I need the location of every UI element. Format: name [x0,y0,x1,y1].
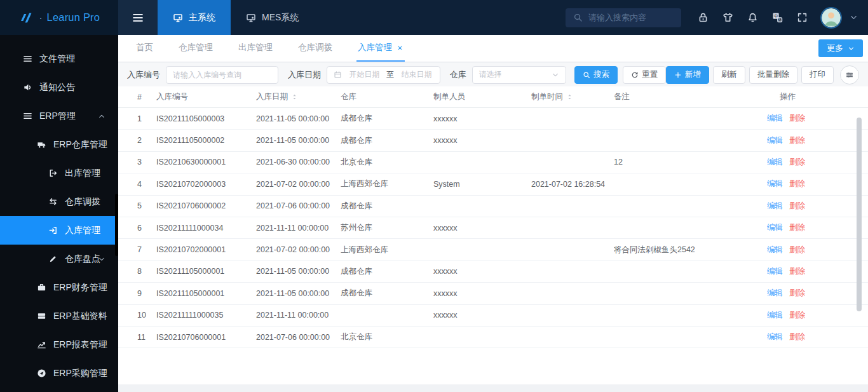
edit-link[interactable]: 编辑 [767,157,783,168]
brand-logo: · Learun Pro [0,0,118,35]
login-icon [48,226,58,235]
delete-link[interactable]: 删除 [789,201,805,212]
system-tabs: 主系统MES系统 [158,0,314,35]
table-row[interactable]: 2IS202111050000022021-11-05 00:00:00成都仓库… [118,130,868,151]
sidebar-item-3[interactable]: ERP管理 [0,102,118,130]
table-scrollbar-thumb[interactable] [857,118,862,311]
user-menu-chevron-icon[interactable] [850,13,858,22]
cell-no: IS20211105000002 [156,136,256,145]
add-button[interactable]: 新增 [666,66,709,84]
table-row[interactable]: 4IS202107020000032021-07-02 00:00:00上海西郊… [118,173,868,195]
print-button[interactable]: 打印 [801,66,834,84]
system-tab-2[interactable]: MES系统 [231,0,314,35]
delete-link[interactable]: 删除 [789,245,805,255]
edit-link[interactable]: 编辑 [767,222,783,233]
batch-delete-button[interactable]: 批量删除 [749,66,797,84]
sidebar-item-11[interactable]: ERP报表管理 [0,330,118,359]
lock-icon[interactable] [698,12,709,23]
sort-icon[interactable] [291,93,298,100]
table-row[interactable]: 6IS202111110000342021-11-11 00:00:00苏州仓库… [118,217,868,239]
search-button-label: 搜索 [593,69,609,80]
delete-link[interactable]: 删除 [789,266,805,277]
page-tab-3[interactable]: 出库管理 [237,35,274,62]
batch-delete-button-label: 批量删除 [757,69,789,80]
sidebar-item-2[interactable]: 通知公告 [0,73,118,102]
main-content: 首页仓库管理出库管理仓库调拨入库管理 更多 入库编号 入库日期 开始日期 至 结… [118,35,868,392]
table-row[interactable]: 10IS202111110000352021-11-11 00:00:00xxx… [118,305,868,327]
sidebar-item-12[interactable]: ERP采购管理 [0,359,118,388]
column-header-3[interactable]: 入库日期 [256,91,341,102]
search-button[interactable]: 搜索 [574,66,618,84]
cell-index: 9 [118,289,156,298]
row-actions: 编辑删除 [763,157,868,168]
edit-link[interactable]: 编辑 [767,135,783,146]
table-row[interactable]: 8IS202111050000012021-11-05 00:00:00成都仓库… [118,261,868,283]
delete-link[interactable]: 删除 [789,310,805,321]
receipt-no-input[interactable] [166,66,278,84]
sidebar-item-7[interactable]: 入库管理 [0,216,118,245]
delete-link[interactable]: 删除 [789,157,805,168]
user-avatar[interactable] [822,8,841,27]
column-header-6[interactable]: 制单时间 [531,91,614,102]
cell-no: IS20210706000001 [156,333,256,342]
refresh-button[interactable]: 刷新 [713,66,745,84]
speaker-icon [23,83,32,92]
truck-icon [37,140,46,149]
table-row[interactable]: 5IS202107060000022021-07-06 00:00:00成都仓库… [118,196,868,217]
sort-icon[interactable] [566,93,573,100]
row-actions: 编辑删除 [763,332,868,342]
sidebar-item-6[interactable]: 仓库调拨 [0,187,118,216]
table-row[interactable]: 3IS202106300000012021-06-30 00:00:00北京仓库… [118,152,868,173]
page-tab-1[interactable]: 首页 [135,35,154,62]
delete-link[interactable]: 删除 [789,332,805,342]
briefcase-icon [37,283,46,292]
chevron-down-icon [98,284,105,292]
cell-index: 3 [118,158,156,166]
cell-warehouse: 成都仓库 [341,135,433,146]
table-row[interactable]: 1IS202111050000032021-11-05 00:00:00成都仓库… [118,108,868,130]
warehouse-select[interactable]: 请选择 [472,66,566,84]
cell-date: 2021-11-05 00:00:00 [256,136,341,145]
table-row[interactable]: 9IS202111050000012021-11-05 00:00:00成都仓库… [118,283,868,304]
page-tab-5[interactable]: 入库管理 [356,35,405,62]
sidebar-item-4[interactable]: ERP仓库管理 [0,130,118,159]
edit-link[interactable]: 编辑 [767,288,783,299]
sidebar-item-8[interactable]: 仓库盘点 [0,245,118,273]
fullscreen-expand-icon[interactable] [797,12,808,23]
delete-link[interactable]: 删除 [789,135,805,146]
column-settings-button[interactable] [840,65,859,84]
page-tab-4[interactable]: 仓库调拨 [297,35,334,62]
page-tab-2[interactable]: 仓库管理 [177,35,214,62]
table-row[interactable]: 7IS202107020000012021-07-02 00:00:00上海西郊… [118,239,868,260]
cell-date: 2021-07-06 00:00:00 [256,201,341,210]
edit-link[interactable]: 编辑 [767,113,783,124]
date-range-picker[interactable]: 开始日期 至 结束日期 [327,66,440,84]
collapse-menu-button[interactable] [118,0,158,35]
table-row[interactable]: 11IS202107060000012021-07-06 00:00:00北京仓… [118,327,868,348]
sidebar-menu: 文件管理通知公告ERP管理ERP仓库管理出库管理仓库调拨入库管理仓库盘点ERP财… [0,35,118,392]
edit-link[interactable]: 编辑 [767,332,783,342]
delete-link[interactable]: 删除 [789,222,805,233]
sidebar-item-5[interactable]: 出库管理 [0,159,118,187]
notification-bell-icon[interactable] [747,12,758,23]
delete-link[interactable]: 删除 [789,179,805,189]
edit-link[interactable]: 编辑 [767,266,783,277]
edit-link[interactable]: 编辑 [767,179,783,189]
delete-link[interactable]: 删除 [789,288,805,299]
sidebar-item-9[interactable]: ERP财务管理 [0,273,118,302]
theme-shirt-icon[interactable] [722,12,733,23]
edit-link[interactable]: 编辑 [767,310,783,321]
close-tab-icon[interactable] [397,44,403,51]
language-translate-icon[interactable]: 中A [772,12,783,23]
sidebar-scrollbar-thumb[interactable] [115,194,118,256]
system-tab-1[interactable]: 主系统 [158,0,231,35]
cell-date: 2021-07-06 00:00:00 [256,333,341,342]
edit-link[interactable]: 编辑 [767,201,783,212]
more-tabs-button[interactable]: 更多 [818,39,863,57]
sidebar-item-10[interactable]: ERP基础资料 [0,302,118,330]
delete-link[interactable]: 删除 [789,113,805,124]
sidebar-item-1[interactable]: 文件管理 [0,44,118,73]
global-search-input[interactable]: 请输入搜索内容 [566,8,681,27]
reset-button[interactable]: 重置 [623,66,666,84]
edit-link[interactable]: 编辑 [767,245,783,255]
